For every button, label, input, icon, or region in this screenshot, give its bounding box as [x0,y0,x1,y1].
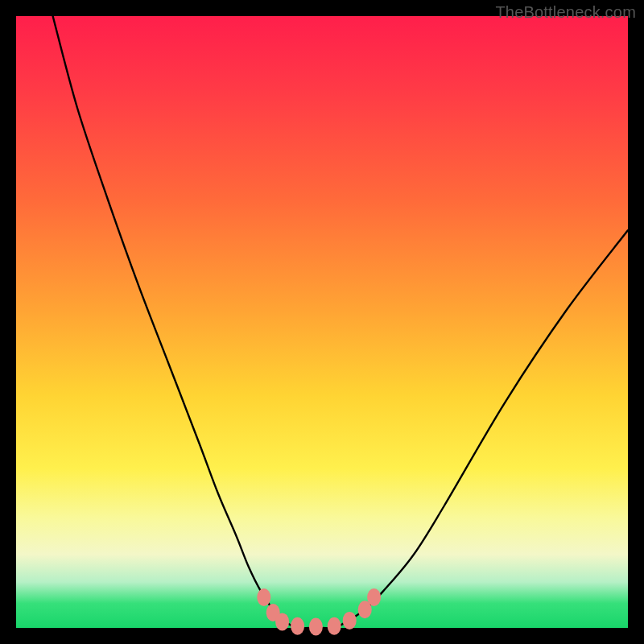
valley-marker [367,588,381,606]
valley-marker [328,617,341,635]
chart-frame: TheBottleneck.com [0,0,644,644]
chart-svg [16,16,628,628]
valley-marker [309,617,323,635]
chart-plot-area [16,16,628,628]
valley-marker [291,617,304,635]
valley-marker [257,588,270,606]
valley-marker [343,612,357,630]
valley-marker [275,613,289,630]
bottleneck-curve [53,16,628,629]
watermark-text: TheBottleneck.com [495,3,636,22]
valley-markers [257,588,381,635]
